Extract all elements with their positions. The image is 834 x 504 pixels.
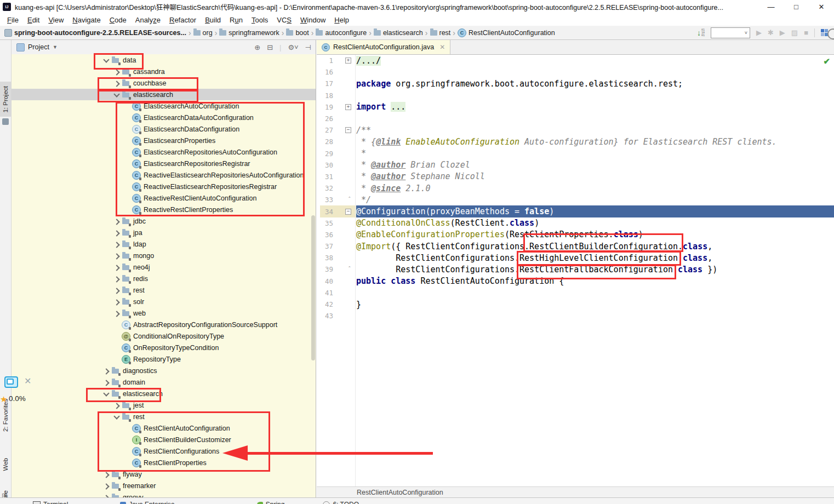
chevron-right-icon[interactable] bbox=[112, 67, 122, 77]
breadcrumb-item-rest[interactable]: rest bbox=[430, 29, 451, 37]
debug-icon[interactable]: ✱ bbox=[768, 28, 774, 37]
fold-marker-icon[interactable]: + bbox=[333, 55, 356, 66]
chevron-down-icon[interactable] bbox=[112, 90, 122, 100]
run-with-coverage-icon[interactable]: ▶ bbox=[780, 28, 785, 37]
menu-edit[interactable]: Edit bbox=[23, 15, 44, 25]
tree-item-rest[interactable]: rest bbox=[12, 284, 316, 296]
menu-refactor[interactable]: Refactor bbox=[165, 15, 201, 25]
chevron-down-icon[interactable] bbox=[101, 389, 111, 399]
breadcrumb-item-restclientautoconfiguration[interactable]: CRestClientAutoConfiguration bbox=[458, 28, 555, 37]
tree-item-elasticsearchrepositoriesautoconfiguration[interactable]: CElasticsearchRepositoriesAutoConfigurat… bbox=[12, 146, 316, 158]
tree-item-neo4j[interactable]: neo4j bbox=[12, 261, 316, 273]
chevron-right-icon[interactable] bbox=[101, 366, 111, 376]
maximize-button[interactable]: □ bbox=[784, 0, 809, 14]
tree-item-elasticsearch[interactable]: elasticsearch bbox=[12, 388, 316, 399]
tree-item-elasticsearch[interactable]: elasticsearch bbox=[12, 89, 316, 100]
project-panel-title[interactable]: Project bbox=[28, 43, 49, 51]
menu-code[interactable]: Code bbox=[105, 15, 131, 25]
minimize-button[interactable]: — bbox=[758, 0, 784, 14]
menu-view[interactable]: View bbox=[44, 15, 68, 25]
tree-item-elasticsearchproperties[interactable]: CElasticsearchProperties bbox=[12, 135, 316, 146]
chevron-right-icon[interactable] bbox=[112, 251, 122, 261]
run-icon[interactable]: ▶ bbox=[756, 28, 762, 37]
tree-item-ldap[interactable]: ldap bbox=[12, 238, 316, 250]
breadcrumb-class[interactable]: RestClientAutoConfiguration bbox=[357, 489, 443, 496]
fold-marker-icon[interactable]: ˆ bbox=[333, 264, 356, 275]
fold-marker-icon[interactable]: − bbox=[333, 124, 356, 136]
statusbar-item-6-todo[interactable]: 6: TODO bbox=[323, 501, 359, 504]
tree-item-reactiveelasticsearchrepositoriesautoconfiguration[interactable]: CReactiveElasticsearchRepositoriesAutoCo… bbox=[12, 169, 316, 181]
breadcrumb-item-boot[interactable]: boot bbox=[286, 29, 309, 37]
tree-item-elasticsearchdataconfiguration[interactable]: CElasticsearchDataConfiguration bbox=[12, 123, 316, 135]
tree-item-conditionalonrepositorytype[interactable]: @ConditionalOnRepositoryType bbox=[12, 330, 316, 342]
collapse-all-icon[interactable]: ⊟ bbox=[267, 43, 273, 51]
chevron-right-icon[interactable] bbox=[112, 274, 122, 284]
tree-item-jdbc[interactable]: jdbc bbox=[12, 215, 316, 227]
tree-item-reactiverestclientautoconfiguration[interactable]: CReactiveRestClientAutoConfiguration bbox=[12, 192, 316, 204]
menu-navigate[interactable]: Navigate bbox=[68, 15, 105, 25]
tree-item-redis[interactable]: redis bbox=[12, 273, 316, 284]
project-tree[interactable]: datacassandracouchbaseelasticsearchCElas… bbox=[12, 54, 316, 504]
tree-item-restclientbuildercustomizer[interactable]: IRestClientBuilderCustomizer bbox=[12, 434, 316, 445]
tree-item-restclientautoconfiguration[interactable]: CRestClientAutoConfiguration bbox=[12, 422, 316, 434]
chevron-right-icon[interactable] bbox=[101, 377, 111, 387]
tree-item-diagnostics[interactable]: diagnostics bbox=[12, 365, 316, 376]
tree-item-domain[interactable]: domain bbox=[12, 376, 316, 388]
tree-item-elasticsearchautoconfiguration[interactable]: CElasticsearchAutoConfiguration bbox=[12, 100, 316, 112]
menu-file[interactable]: File bbox=[3, 15, 23, 25]
statusbar-item-spring[interactable]: Spring bbox=[257, 501, 285, 504]
fold-marker-icon[interactable]: + bbox=[333, 101, 356, 113]
tool-window-tab-web[interactable]: Web bbox=[0, 452, 11, 477]
tree-item-web[interactable]: web bbox=[12, 307, 316, 319]
tree-item-cassandra[interactable]: cassandra bbox=[12, 66, 316, 77]
chevron-right-icon[interactable] bbox=[101, 481, 111, 491]
chevron-right-icon[interactable] bbox=[112, 400, 122, 410]
close-icon[interactable]: ✕ bbox=[439, 43, 445, 51]
chevron-right-icon[interactable] bbox=[112, 239, 122, 249]
chevron-right-icon[interactable] bbox=[112, 262, 122, 272]
tree-item-restclientproperties[interactable]: CRestClientProperties bbox=[12, 457, 316, 468]
code-editor[interactable]: ✔ 1+/.../1617package org.springframework… bbox=[317, 55, 834, 486]
tree-item-onrepositorytypecondition[interactable]: COnRepositoryTypeCondition bbox=[12, 342, 316, 353]
sort-usages-icon[interactable]: ↓ 011001 bbox=[697, 28, 705, 37]
statusbar-item-terminal[interactable]: Terminal bbox=[33, 501, 68, 504]
breadcrumb-item-elasticsearch[interactable]: elasticsearch bbox=[374, 29, 423, 37]
menu-build[interactable]: Build bbox=[201, 15, 225, 25]
chevron-down-icon[interactable] bbox=[112, 412, 122, 422]
editor-area[interactable]: C RestClientAutoConfiguration.java ✕ ✔ 1… bbox=[317, 40, 834, 504]
tree-item-elasticsearchdataautoconfiguration[interactable]: CElasticsearchDataAutoConfiguration bbox=[12, 112, 316, 123]
breadcrumb-item-autoconfigure[interactable]: autoconfigure bbox=[316, 29, 367, 37]
gear-icon[interactable]: ⚙˅ bbox=[288, 43, 298, 51]
tree-item-abstractrepositoryconfigurationsourcesupport[interactable]: CAbstractRepositoryConfigurationSourceSu… bbox=[12, 319, 316, 330]
tree-item-elasticsearchrepositoriesregistrar[interactable]: CElasticsearchRepositoriesRegistrar bbox=[12, 158, 316, 169]
menu-tools[interactable]: Tools bbox=[247, 15, 272, 25]
tool-window-tab-1-project[interactable]: 1: Project bbox=[0, 82, 11, 117]
tab-restclientautoconfiguration[interactable]: C RestClientAutoConfiguration.java ✕ bbox=[317, 40, 450, 54]
statusbar-item-java-enterprise[interactable]: Java Enterprise bbox=[120, 501, 174, 504]
chevron-right-icon[interactable] bbox=[112, 216, 122, 226]
tree-item-reactiverestclientproperties[interactable]: CReactiveRestClientProperties bbox=[12, 204, 316, 215]
profile-icon[interactable]: ▨ bbox=[791, 28, 798, 37]
tree-item-freemarker[interactable]: freemarker bbox=[12, 480, 316, 491]
run-config-dropdown[interactable]: ˅ bbox=[711, 27, 750, 38]
chevron-right-icon[interactable] bbox=[112, 78, 122, 88]
tree-item-reactiveelasticsearchrepositoriesregistrar[interactable]: CReactiveElasticsearchRepositoriesRegist… bbox=[12, 181, 316, 192]
menu-help[interactable]: Help bbox=[330, 15, 353, 25]
fold-marker-icon[interactable]: ˆ bbox=[333, 194, 356, 205]
close-button[interactable]: ✕ bbox=[809, 0, 834, 14]
tree-item-repositorytype[interactable]: ERepositoryType bbox=[12, 353, 316, 365]
menu-analyze[interactable]: Analyze bbox=[131, 15, 165, 25]
tree-item-data[interactable]: data bbox=[12, 54, 316, 66]
chevron-right-icon[interactable] bbox=[112, 285, 122, 295]
chevron-right-icon[interactable] bbox=[112, 308, 122, 318]
tree-item-solr[interactable]: solr bbox=[12, 296, 316, 307]
chevron-right-icon[interactable] bbox=[112, 228, 122, 238]
recorder-camera-icon[interactable] bbox=[4, 376, 18, 388]
hide-panel-icon[interactable]: ⊣ bbox=[305, 43, 311, 51]
tree-item-restclientconfigurations[interactable]: CRestClientConfigurations bbox=[12, 445, 316, 457]
chevron-down-icon[interactable]: ▼ bbox=[53, 44, 58, 50]
locate-file-icon[interactable]: ⊕ bbox=[254, 43, 260, 51]
tree-item-flyway[interactable]: flyway bbox=[12, 468, 316, 480]
chevron-right-icon[interactable] bbox=[101, 469, 111, 479]
recorder-close-icon[interactable]: ✕ bbox=[24, 376, 31, 386]
